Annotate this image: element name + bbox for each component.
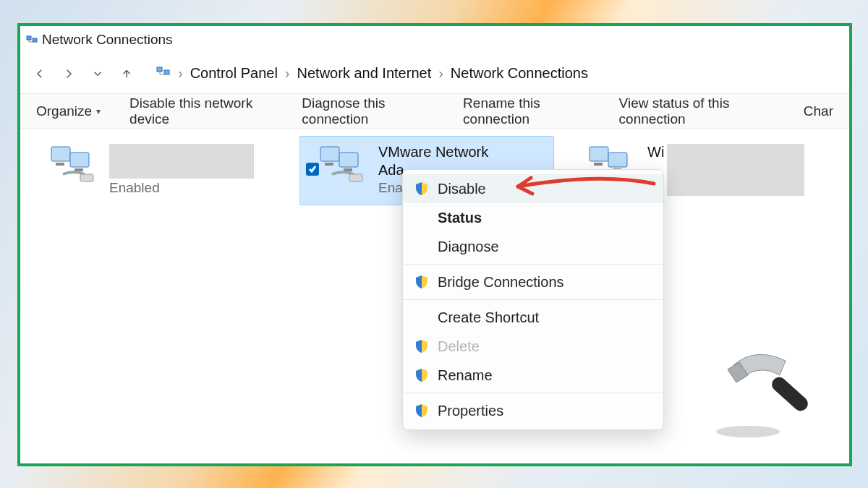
ctx-separator <box>403 299 663 300</box>
ctx-rename[interactable]: Rename <box>403 361 663 390</box>
ctx-properties[interactable]: Properties <box>403 396 663 425</box>
uac-shield-icon <box>414 275 429 289</box>
svg-rect-0 <box>27 36 31 40</box>
svg-rect-13 <box>349 174 362 181</box>
svg-rect-6 <box>56 163 64 166</box>
network-connections-icon <box>26 34 38 46</box>
organize-label: Organize <box>36 103 92 119</box>
svg-rect-2 <box>157 67 162 72</box>
adapter-name-redacted <box>667 144 804 196</box>
recent-locations-button[interactable] <box>85 61 110 86</box>
svg-rect-19 <box>769 374 811 414</box>
uac-shield-icon <box>414 403 429 418</box>
titlebar: Network Connections <box>20 26 849 53</box>
command-toolbar: Organize ▾ Disable this network device D… <box>20 94 849 129</box>
context-menu: Disable Status Diagnose Bridge Connectio… <box>402 169 664 430</box>
ctx-delete: Delete <box>403 332 663 361</box>
breadcrumb[interactable]: › Control Panel › Network and Internet ›… <box>156 64 588 82</box>
ctx-diagnose[interactable]: Diagnose <box>403 232 663 261</box>
svg-rect-1 <box>33 38 37 42</box>
ctx-separator <box>403 264 663 265</box>
ctx-delete-label: Delete <box>438 338 480 355</box>
ctx-disable-label: Disable <box>438 181 486 197</box>
breadcrumb-sep: › <box>438 65 443 82</box>
location-icon <box>156 64 171 82</box>
svg-rect-14 <box>590 147 608 161</box>
uac-shield-icon <box>414 181 429 196</box>
breadcrumb-sep: › <box>178 65 183 82</box>
hammer-watermark-icon <box>705 345 820 453</box>
ctx-properties-label: Properties <box>438 403 503 419</box>
window-title: Network Connections <box>42 32 173 48</box>
breadcrumb-control-panel[interactable]: Control Panel <box>190 65 278 82</box>
content-area: Enabled VMware Network Ada <box>20 129 849 463</box>
ctx-create-shortcut-label: Create Shortcut <box>438 309 539 326</box>
adapter-name-redacted <box>109 144 254 179</box>
organize-menu[interactable]: Organize ▾ <box>36 103 101 119</box>
rename-connection-button[interactable]: Rename this connection <box>463 95 590 127</box>
change-settings-button-cutoff[interactable]: Char <box>804 103 833 119</box>
adapter-name: VMware Network <box>378 144 488 160</box>
svg-rect-16 <box>594 163 603 166</box>
ctx-bridge-connections[interactable]: Bridge Connections <box>403 267 663 296</box>
ctx-status[interactable]: Status <box>403 203 663 232</box>
svg-rect-5 <box>70 153 89 167</box>
ctx-status-label: Status <box>438 210 482 226</box>
uac-shield-icon <box>414 368 429 382</box>
back-button[interactable] <box>27 61 52 86</box>
disable-device-button[interactable]: Disable this network device <box>129 95 273 127</box>
ctx-bridge-label: Bridge Connections <box>438 274 564 291</box>
adapter-info: Enabled <box>109 144 254 196</box>
svg-point-20 <box>716 426 780 437</box>
breadcrumb-network-and-internet[interactable]: Network and Internet <box>297 65 432 82</box>
breadcrumb-network-connections[interactable]: Network Connections <box>451 65 588 82</box>
network-adapter-icon <box>318 142 370 186</box>
svg-rect-10 <box>339 153 358 167</box>
chevron-down-icon: ▾ <box>96 106 101 116</box>
svg-rect-8 <box>80 174 93 181</box>
selection-checkbox[interactable] <box>306 163 319 176</box>
adapter-status: Enabled <box>109 180 254 196</box>
ctx-rename-label: Rename <box>438 367 493 384</box>
svg-rect-4 <box>51 147 70 161</box>
svg-rect-11 <box>325 163 333 166</box>
network-connections-window: Network Connections › Control Panel › Ne… <box>17 23 852 466</box>
forward-button[interactable] <box>56 61 81 86</box>
ctx-disable[interactable]: Disable <box>403 174 663 203</box>
ctx-create-shortcut[interactable]: Create Shortcut <box>403 303 663 332</box>
view-status-button[interactable]: View status of this connection <box>619 95 775 127</box>
up-button[interactable] <box>114 61 139 86</box>
navigation-row: › Control Panel › Network and Internet ›… <box>20 53 849 94</box>
breadcrumb-sep: › <box>285 65 290 82</box>
adapter-info: Wi <box>647 144 804 196</box>
network-adapter-icon <box>48 142 101 186</box>
adapter-name-prefix: Wi <box>647 144 664 160</box>
svg-rect-15 <box>608 153 627 167</box>
uac-shield-icon <box>414 339 429 354</box>
diagnose-connection-button[interactable]: Diagnose this connection <box>302 95 434 127</box>
svg-rect-9 <box>320 147 339 161</box>
ctx-separator <box>403 393 663 393</box>
adapter-item[interactable]: Enabled <box>30 136 285 205</box>
ctx-diagnose-label: Diagnose <box>438 239 499 255</box>
